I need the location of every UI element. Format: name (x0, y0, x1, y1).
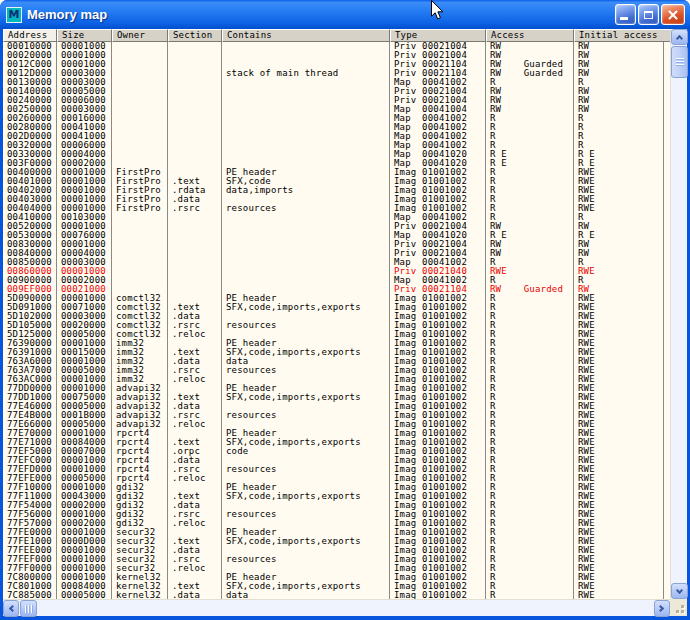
memory-row[interactable]: 77DD100000075000advapi32.textSFX,code,im… (3, 393, 670, 402)
memory-row[interactable]: 0033000000004000Map 00041020R ER E (3, 150, 670, 159)
column-header-type[interactable]: Type (390, 29, 486, 42)
memory-row[interactable]: 5D12500000005000comctl32.relocImag 01001… (3, 330, 670, 339)
scroll-up-button[interactable] (671, 29, 688, 45)
memory-row[interactable]: 0024000000006000Priv 00021004RWRW (3, 96, 670, 105)
vertical-scroll-thumb[interactable] (671, 46, 688, 78)
memory-row[interactable]: 5D09000000001000comctl32PE headerImag 01… (3, 294, 670, 303)
cell-size: 00001000 (57, 195, 112, 204)
memory-row[interactable]: 0032000000006000Map 00041002RR (3, 141, 670, 150)
cell-initial-access: RWE (574, 384, 664, 393)
cell-section: .rsrc (168, 465, 222, 474)
cell-initial-access: RW (574, 285, 664, 294)
window-icon[interactable]: M (6, 7, 22, 23)
column-header-owner[interactable]: Owner (112, 29, 168, 42)
memory-row[interactable]: 0026000000016000Map 00041002RR (3, 114, 670, 123)
cell-owner: imm32 (112, 357, 168, 366)
memory-row[interactable]: 77F5400000002000gdi32.dataImag 01001002R… (3, 501, 670, 510)
memory-row[interactable]: 0013000000003000Map 00041002RR (3, 78, 670, 87)
memory-row[interactable]: 7C80100000084000kernel32.textSFX,code,im… (3, 582, 670, 591)
memory-row[interactable]: 0053000000076000Map 00041020R ER E (3, 231, 670, 240)
maximize-button[interactable] (638, 4, 659, 25)
memory-row[interactable]: 0040000000001000FirstProPE headerImag 01… (3, 168, 670, 177)
memory-row[interactable]: 77EFD00000001000rpcrt4.rsrcresourcesImag… (3, 465, 670, 474)
memory-row[interactable]: 7639000000001000imm32PE headerImag 01001… (3, 339, 670, 348)
memory-row[interactable]: 7C80000000001000kernel32PE headerImag 01… (3, 573, 670, 582)
memory-row[interactable]: 009EF00000021000Priv 00021104RW GuardedR… (3, 285, 670, 294)
memory-row[interactable]: 0084000000004000Priv 00021004RWRW (3, 249, 670, 258)
memory-row[interactable]: 77E4600000005000advapi32.dataImag 010010… (3, 402, 670, 411)
memory-row[interactable]: 77F1100000043000gdi32.textSFX,code,impor… (3, 492, 670, 501)
memory-row[interactable]: 002D000000041000Map 00041002RR (3, 132, 670, 141)
memory-row[interactable]: 77FEE00000001000secur32.dataImag 0100100… (3, 546, 670, 555)
cell-access: RW (486, 96, 574, 105)
cell-initial-access: RWE (574, 582, 664, 591)
memory-row[interactable]: 0090000000002000Map 00041002RR (3, 276, 670, 285)
memory-row[interactable]: 77E6600000005000advapi32.relocImag 01001… (3, 420, 670, 429)
memory-row[interactable]: 0041000000103000Map 00041002RR (3, 213, 670, 222)
memory-row[interactable]: 77FEF00000001000secur32.rsrcresourcesIma… (3, 555, 670, 564)
memory-row[interactable]: 0002000000001000Priv 00021004RWRW (3, 51, 670, 60)
memory-row[interactable]: 7639100000015000imm32.textSFX,code,impor… (3, 348, 670, 357)
scroll-left-button[interactable] (3, 600, 19, 617)
title-bar[interactable]: M Memory map (0, 0, 690, 29)
memory-row[interactable]: 0001000000001000Priv 00021004RWRW (3, 42, 670, 51)
memory-row[interactable]: 77EFC00000001000rpcrt4.dataImag 01001002… (3, 456, 670, 465)
cell-owner: comctl32 (112, 294, 168, 303)
memory-row[interactable]: 5D10500000020000comctl32.rsrcresourcesIm… (3, 321, 670, 330)
resize-grip[interactable] (670, 599, 687, 616)
memory-row[interactable]: 763A600000001000imm32.datadataImag 01001… (3, 357, 670, 366)
column-header-section[interactable]: Section (168, 29, 222, 42)
vertical-scroll-track[interactable] (671, 45, 687, 583)
memory-row[interactable]: 0052000000001000Priv 00021004RWRW (3, 222, 670, 231)
horizontal-scroll-track[interactable] (19, 600, 654, 616)
memory-row[interactable]: 0083000000001000Priv 00021004RWRW (3, 240, 670, 249)
column-header-access[interactable]: Access (486, 29, 574, 42)
memory-row[interactable]: 77E4B0000001B000advapi32.rsrcresourcesIm… (3, 411, 670, 420)
horizontal-scrollbar[interactable] (3, 599, 670, 616)
memory-row[interactable]: 77DD000000001000advapi32PE headerImag 01… (3, 384, 670, 393)
memory-row[interactable]: 77F5700000002000gdi32.relocImag 01001002… (3, 519, 670, 528)
memory-row[interactable]: 0012C00000001000Priv 00021104RW GuardedR… (3, 60, 670, 69)
memory-row[interactable]: 77FE000000001000secur32PE headerImag 010… (3, 528, 670, 537)
memory-row[interactable]: 0040100000001000FirstPro.textSFX,codeIma… (3, 177, 670, 186)
memory-row[interactable]: 0012D00000003000stack of main threadPriv… (3, 69, 670, 78)
memory-row[interactable]: 763AC00000001000imm32.relocImag 01001002… (3, 375, 670, 384)
memory-row[interactable]: 0040200000001000FirstPro.rdatadata,impor… (3, 186, 670, 195)
cell-section: .rsrc (168, 366, 222, 375)
memory-row[interactable]: 77EFE00000005000rpcrt4.relocImag 0100100… (3, 474, 670, 483)
memory-row[interactable]: 0040300000001000FirstPro.dataImag 010010… (3, 195, 670, 204)
cell-contains: SFX,code,imports,exports (222, 492, 390, 501)
cell-contains: PE header (222, 294, 390, 303)
memory-row[interactable]: 77FF000000001000secur32.relocImag 010010… (3, 564, 670, 573)
memory-row[interactable]: 5D10200000003000comctl32.dataImag 010010… (3, 312, 670, 321)
scroll-down-button[interactable] (671, 583, 688, 599)
vertical-scrollbar[interactable] (670, 29, 687, 599)
memory-row[interactable]: 0028000000041000Map 00041002RR (3, 123, 670, 132)
cell-section: .orpc (168, 447, 222, 456)
column-header-contains[interactable]: Contains (222, 29, 390, 42)
minimize-button[interactable] (615, 4, 636, 25)
memory-row[interactable]: 77EF500000007000rpcrt4.orpccodeImag 0100… (3, 447, 670, 456)
memory-row[interactable]: 0025000000003000Map 00041004RWRW (3, 105, 670, 114)
memory-row[interactable]: 77F5600000001000gdi32.rsrcresourcesImag … (3, 510, 670, 519)
memory-row[interactable]: 77E7100000084000rpcrt4.textSFX,code,impo… (3, 438, 670, 447)
horizontal-scroll-thumb[interactable] (20, 600, 37, 617)
cell-type: Priv 00021104 (390, 69, 486, 78)
memory-row[interactable]: 0040400000001000FirstPro.rsrcresourcesIm… (3, 204, 670, 213)
memory-row[interactable]: 5D09100000071000comctl32.textSFX,code,im… (3, 303, 670, 312)
memory-row[interactable]: 77E7000000001000rpcrt4PE headerImag 0100… (3, 429, 670, 438)
scroll-right-button[interactable] (654, 600, 670, 617)
memory-row[interactable]: 003F000000002000Map 00041020R ER E (3, 159, 670, 168)
cell-size: 00103000 (57, 213, 112, 222)
memory-row[interactable]: 763A700000005000imm32.rsrcresourcesImag … (3, 366, 670, 375)
memory-row[interactable]: 77FE10000000D000secur32.textSFX,code,imp… (3, 537, 670, 546)
close-button[interactable] (661, 4, 685, 25)
column-header-address[interactable]: Address (3, 29, 57, 42)
column-header-initial-access[interactable]: Initial access (574, 29, 670, 42)
memory-row[interactable]: 0014000000005000Priv 00021004RWRW (3, 87, 670, 96)
memory-row[interactable]: 77F1000000001000gdi32PE headerImag 01001… (3, 483, 670, 492)
memory-row[interactable]: 7C88500000005000kernel32.datadataImag 01… (3, 591, 670, 599)
memory-row[interactable]: 0086000000001000Priv 00021040RWERWE (3, 267, 670, 276)
column-header-size[interactable]: Size (57, 29, 112, 42)
memory-row[interactable]: 0085000000003000Map 00041002RR (3, 258, 670, 267)
